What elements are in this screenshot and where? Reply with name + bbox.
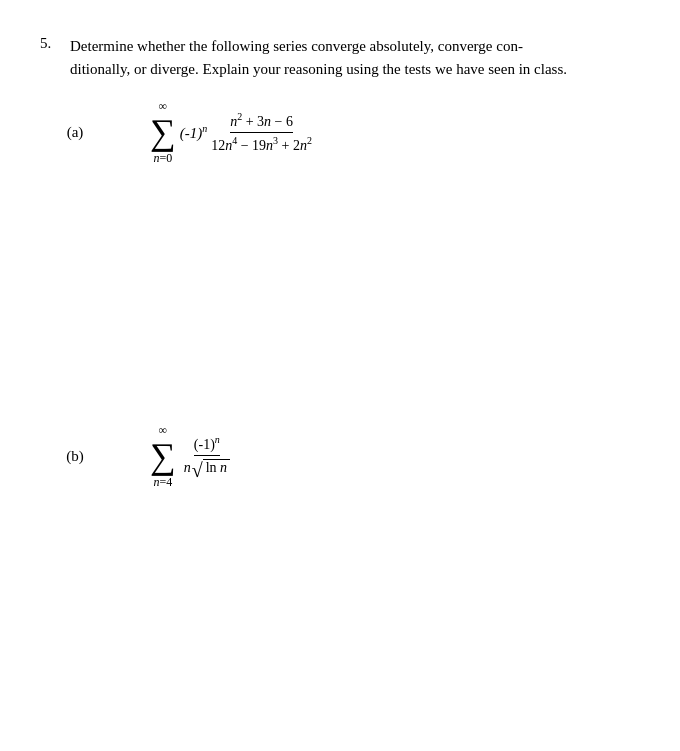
problem-text-line1: Determine whether the following series c… xyxy=(70,38,523,54)
part-a-numerator: n2 + 3n − 6 xyxy=(230,111,293,133)
part-b-sum-symbol: ∑ xyxy=(150,438,176,474)
problem-header: 5. Determine whether the following serie… xyxy=(40,35,640,80)
part-b-numerator: (-1)n xyxy=(194,434,220,456)
part-b-summation: ∞ ∑ n=4 xyxy=(150,424,176,488)
problem-container: 5. Determine whether the following serie… xyxy=(40,20,640,488)
part-a-sum-symbol: ∑ xyxy=(150,114,176,150)
part-b-sum-top: ∞ xyxy=(159,424,168,436)
sqrt-sign: √ xyxy=(192,460,203,480)
part-a-row: (a) ∞ ∑ n=0 (-1)n n2 + 3n − 6 12n4 − 19n… xyxy=(50,100,640,164)
part-a-fraction: n2 + 3n − 6 12n4 − 19n3 + 2n2 xyxy=(211,111,312,153)
part-b-denominator: n √ ln n xyxy=(184,456,230,478)
part-a-sum-bottom: n=0 xyxy=(153,152,172,164)
part-a-sign-term: (-1)n xyxy=(180,123,208,142)
part-b-fraction: (-1)n n √ ln n xyxy=(184,434,230,478)
part-b-expression: ∞ ∑ n=4 (-1)n n √ ln n xyxy=(150,424,230,488)
sqrt-content: ln n xyxy=(203,459,230,476)
part-b-sum-bottom: n=4 xyxy=(153,476,172,488)
part-b-row: (b) ∞ ∑ n=4 (-1)n n √ ln n xyxy=(50,424,640,488)
part-b-denom-n: n xyxy=(184,460,191,476)
part-a-summation: ∞ ∑ n=0 xyxy=(150,100,176,164)
part-a-sum-top: ∞ xyxy=(159,100,168,112)
part-a-label: (a) xyxy=(50,124,100,141)
part-b-label: (b) xyxy=(50,448,100,465)
problem-text-line2: ditionally, or diverge. Explain your rea… xyxy=(70,61,567,77)
problem-text: Determine whether the following series c… xyxy=(70,35,567,80)
part-a-expression: ∞ ∑ n=0 (-1)n n2 + 3n − 6 12n4 − 19n3 + … xyxy=(150,100,312,164)
part-a-denominator: 12n4 − 19n3 + 2n2 xyxy=(211,133,312,154)
problem-number: 5. xyxy=(40,35,70,80)
